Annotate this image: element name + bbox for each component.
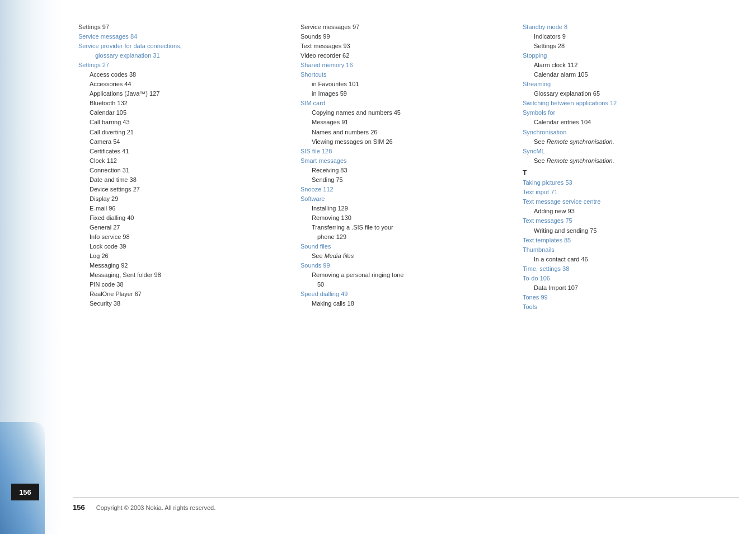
list-item: Connection 31 [78,166,289,175]
list-item: Removing 130 [300,213,511,223]
list-item: Names and numbers 26 [300,128,511,137]
list-item: Writing and sending 75 [523,226,734,236]
list-item: Text message service centre [523,197,734,207]
list-item: Date and time 38 [78,175,289,185]
list-item: Standby mode 8 [523,22,734,32]
list-item: E-mail 96 [78,204,289,213]
list-item: Shared memory 16 [300,60,511,70]
list-item: Indicators 9 [523,32,734,41]
list-item: See Media files [300,251,511,261]
list-item: Making calls 18 [300,299,511,308]
list-item: Accessories 44 [78,79,289,89]
list-item: Info service 98 [78,232,289,242]
list-item: in Favourites 101 [300,79,511,89]
list-item: Sound files [300,242,511,251]
list-item: RealOne Player 67 [78,289,289,299]
list-item: Removing a personal ringing tone [300,270,511,280]
list-item: Sounds 99 [300,32,511,41]
list-item: General 27 [78,223,289,232]
copyright-page-number: 156 [73,503,85,512]
list-item: Smart messages [300,156,511,166]
list-item: T [523,168,734,179]
list-item: Messages 91 [300,118,511,127]
list-item: Shortcuts [300,70,511,79]
list-item: Thumbnails [523,245,734,255]
list-item: Synchronisation [523,128,734,137]
list-item: Calendar entries 104 [523,118,734,127]
list-item: In a contact card 46 [523,255,734,264]
list-item: PIN code 38 [78,280,289,289]
index-columns: Settings 97Service messages 84Service pr… [73,22,739,486]
page-container: 156 Settings 97Service messages 84Servic… [0,0,756,534]
list-item: SIS file 128 [300,147,511,156]
list-item: To-do 106 [523,274,734,283]
list-item: Adding new 93 [523,207,734,216]
list-item: Switching between applications 12 [523,99,734,108]
list-item: Settings 97 [78,22,289,32]
list-item: Text messages 93 [300,41,511,51]
list-item: Copying names and numbers 45 [300,108,511,118]
list-item: Time, settings 38 [523,264,734,274]
list-item: Settings 27 [78,60,289,70]
list-item: Device settings 27 [78,185,289,194]
list-item: Text input 71 [523,188,734,197]
list-item: Settings 28 [523,41,734,51]
list-item: Stopping [523,51,734,60]
list-item: Viewing messages on SIM 26 [300,137,511,147]
index-column-2: Service messages 97Sounds 99Text message… [295,22,517,486]
list-item: Tones 99 [523,293,734,302]
list-item: Receiving 83 [300,166,511,175]
list-item: See Remote synchronisation. [523,137,734,147]
list-item: Service messages 97 [300,22,511,32]
list-item: Calendar 105 [78,108,289,118]
page-number: 156 [19,488,31,496]
list-item: Sounds 99 [300,261,511,270]
list-item: Glossary explanation 65 [523,89,734,99]
list-item: Call barring 43 [78,118,289,127]
list-item: Taking pictures 53 [523,178,734,188]
list-item: Video recorder 62 [300,51,511,60]
list-item: See Remote synchronisation. [523,156,734,166]
list-item: Speed dialling 49 [300,289,511,299]
list-item: Security 38 [78,299,289,308]
list-item: Software [300,194,511,204]
list-item: Service provider for data connections, [78,41,289,51]
list-item: SyncML [523,147,734,156]
page-number-box: 156 [11,484,39,500]
list-item: Text templates 85 [523,236,734,245]
list-item: Text messages 75 [523,216,734,226]
list-item: phone 129 [300,232,511,242]
list-item: Messaging 92 [78,261,289,270]
list-item: Tools [523,302,734,312]
list-item: Installing 129 [300,204,511,213]
list-item: Transferring a .SIS file to your [300,223,511,232]
list-item: glossary explanation 31 [78,51,289,60]
copyright-text: Copyright © 2003 Nokia. All rights reser… [96,504,216,511]
list-item: Applications (Java™) 127 [78,89,289,99]
list-item: Messaging, Sent folder 98 [78,270,289,280]
list-item: Lock code 39 [78,242,289,251]
list-item: Alarm clock 112 [523,60,734,70]
list-item: Snooze 112 [300,185,511,194]
list-item: 50 [300,280,511,289]
list-item: Calendar alarm 105 [523,70,734,79]
list-item: Certificates 41 [78,147,289,156]
list-item: Streaming [523,79,734,89]
index-column-1: Settings 97Service messages 84Service pr… [73,22,295,486]
list-item: in Images 59 [300,89,511,99]
list-item: Symbols for [523,108,734,118]
list-item: Clock 112 [78,156,289,166]
list-item: SIM card [300,99,511,108]
list-item: Access codes 38 [78,70,289,79]
index-column-3: Standby mode 8Indicators 9Settings 28Sto… [517,22,739,486]
copyright-bar: 156 Copyright © 2003 Nokia. All rights r… [73,497,739,512]
left-sidebar: 156 [0,0,62,534]
blue-accent-decoration [0,422,45,534]
list-item: Sending 75 [300,175,511,185]
list-item: Service messages 84 [78,32,289,41]
copyright-line: 156 Copyright © 2003 Nokia. All rights r… [73,503,739,512]
list-item: Display 29 [78,194,289,204]
list-item: Call diverting 21 [78,128,289,137]
list-item: Bluetooth 132 [78,99,289,108]
list-item: Log 26 [78,251,289,261]
